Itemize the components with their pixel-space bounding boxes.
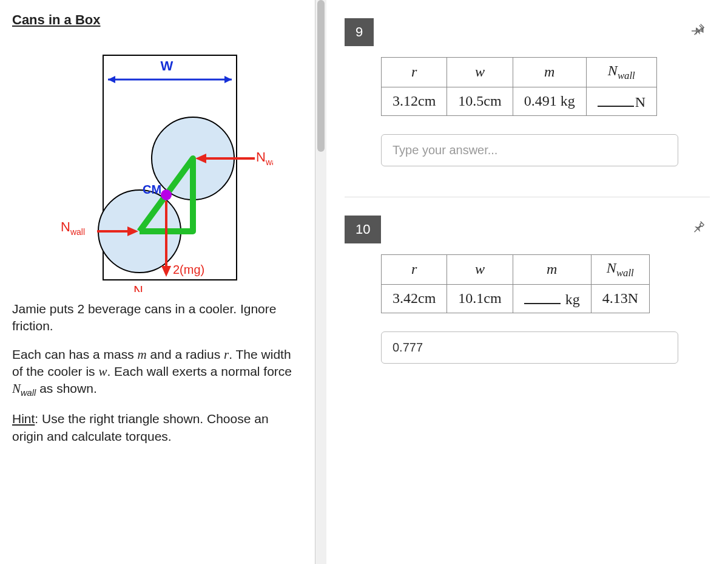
scrollbar-thumb[interactable] [317,0,325,152]
hint: Hint: Use the right triangle shown. Choo… [12,410,303,445]
q9-h-m: m [513,58,586,87]
q9-v-r: 3.12cm [382,87,447,115]
para1: Jamie puts 2 beverage cans in a cooler. … [12,301,303,335]
q9-h-w: w [447,58,513,87]
problem-text: Jamie puts 2 beverage cans in a cooler. … [12,301,303,445]
nfloor-sub: floor [143,291,160,292]
svg-point-6 [161,189,172,200]
q10-v-N: 4.13N [591,284,649,313]
cans-diagram: W CM 2(mg) Nwall Nwall [12,37,303,294]
pin-icon[interactable] [692,23,705,39]
diagram-svg: W CM 2(mg) Nwall Nwall [42,37,273,292]
nwall-left-N: N [61,219,70,234]
svg-marker-8 [161,266,171,277]
q10-h-r: r [382,254,447,284]
pin-icon[interactable] [692,220,705,236]
question-9: 9 r w m Nwall 3.12cm 10.5cm 0.491 kg N [345,18,710,166]
q10-answer-input[interactable]: 0.777 [381,331,678,364]
nfloor-N: N [133,283,143,292]
question-10: 10 r w m Nwall 3.42cm 10.1cm kg 4.13N 0.… [345,216,710,364]
q9-h-r: r [382,58,447,87]
q9-v-N: N [586,87,656,115]
question-number-9: 9 [345,18,374,46]
cm-label: CM [143,183,161,196]
nwall-right-sub: wall [265,157,272,167]
q10-data-table: r w m Nwall 3.42cm 10.1cm kg 4.13N [381,254,650,313]
svg-marker-2 [108,76,115,83]
para2: Each can has a mass m and a radius r. Th… [12,346,303,400]
q9-v-m: 0.491 kg [513,87,586,115]
svg-text:Nwall: Nwall [61,219,85,237]
q9-answer-input[interactable] [381,134,678,166]
divider [345,197,710,197]
questions-panel: 9 r w m Nwall 3.12cm 10.5cm 0.491 kg N 1… [326,0,728,564]
q10-h-N: Nwall [591,254,649,284]
q9-h-N: Nwall [586,58,656,87]
q10-v-r: 3.42cm [382,284,447,313]
problem-title: Cans in a Box [12,12,303,28]
nwall-right-N: N [256,149,266,165]
svg-marker-3 [224,76,232,83]
svg-text:Nfloor: Nfloor [133,283,160,292]
q10-v-m: kg [513,284,591,313]
nwall-left-sub: wall [69,227,84,237]
q10-h-m: m [513,254,591,284]
left-scrollbar[interactable] [315,0,326,564]
svg-text:Nwall: Nwall [256,149,273,167]
q10-h-w: w [447,254,513,284]
problem-panel: Cans in a Box W CM 2(mg) [0,0,315,564]
w-label: W [160,58,173,73]
q9-v-w: 10.5cm [447,87,513,115]
q10-v-w: 10.1cm [447,284,513,313]
q9-data-table: r w m Nwall 3.12cm 10.5cm 0.491 kg N [381,57,657,116]
weight-label: 2(mg) [173,263,204,276]
question-number-10: 10 [345,216,381,243]
